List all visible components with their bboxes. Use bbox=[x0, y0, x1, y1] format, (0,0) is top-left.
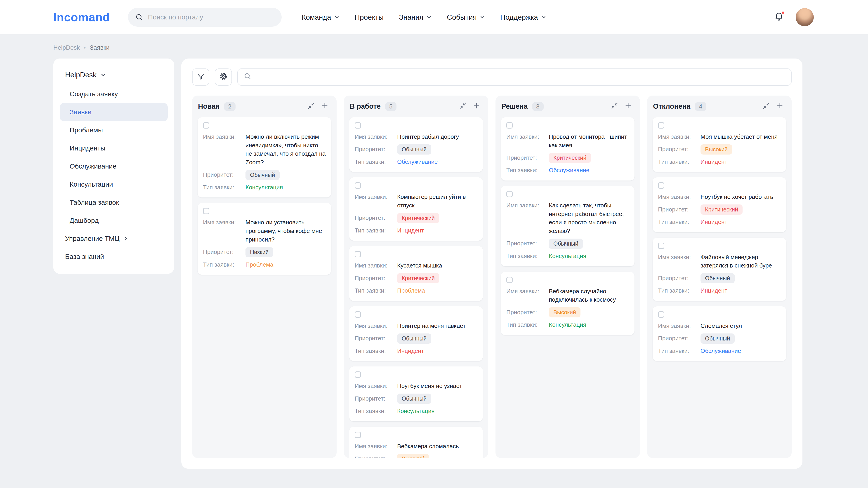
ticket-priority-badge: Обычный bbox=[549, 238, 583, 249]
ticket-priority-label: Приоритет: bbox=[355, 394, 394, 403]
ticket-type-row: Тип заявки: Инцидент bbox=[658, 287, 781, 295]
nav-item-projects[interactable]: Проекты bbox=[355, 13, 383, 22]
ticket-title: Как сделать так, чтобы интернет работал … bbox=[549, 201, 629, 235]
ticket-card[interactable]: Имя заявки: Можно ли установить программ… bbox=[197, 203, 331, 275]
ticket-name-label: Имя заявки: bbox=[658, 133, 697, 141]
chevron-down-icon bbox=[334, 15, 339, 20]
ticket-type-label: Тип заявки: bbox=[506, 166, 545, 175]
ticket-checkbox[interactable] bbox=[355, 432, 361, 438]
ticket-priority-badge: Обычный bbox=[246, 170, 280, 180]
board-settings-button[interactable] bbox=[215, 68, 232, 86]
ticket-title: Вебкамера сломалась bbox=[397, 442, 477, 451]
ticket-checkbox[interactable] bbox=[506, 277, 513, 283]
sidebar-section-helpdesk[interactable]: HelpDesk bbox=[60, 67, 168, 85]
ticket-priority-row: Приоритет: Критический bbox=[355, 213, 477, 223]
ticket-type-label: Тип заявки: bbox=[658, 158, 697, 166]
notifications-button[interactable] bbox=[772, 10, 786, 24]
breadcrumb: HelpDesk • Заявки bbox=[0, 44, 868, 51]
board-search[interactable] bbox=[237, 68, 792, 86]
column-cards: Имя заявки: Провод от монитора - шипит к… bbox=[495, 116, 640, 458]
ticket-checkbox[interactable] bbox=[203, 208, 209, 214]
portal-search[interactable] bbox=[128, 8, 282, 27]
sidebar-item-maintenance[interactable]: Обслуживание bbox=[60, 157, 168, 175]
avatar[interactable] bbox=[796, 8, 814, 26]
ticket-card[interactable]: Имя заявки: Файловый менеджер затерялся … bbox=[653, 238, 786, 301]
collapse-column-button[interactable] bbox=[761, 101, 772, 112]
sidebar-item-tickets[interactable]: Заявки bbox=[60, 103, 168, 121]
ticket-type-label: Тип заявки: bbox=[658, 287, 697, 295]
sidebar-item-knowledge-base[interactable]: База знаний bbox=[60, 248, 168, 266]
ticket-card[interactable]: Имя заявки: Кусается мышка Приоритет: Кр… bbox=[349, 246, 483, 301]
column-count-badge: 3 bbox=[532, 102, 544, 111]
ticket-card[interactable]: Имя заявки: Как сделать так, чтобы интер… bbox=[501, 186, 634, 266]
board-search-input[interactable] bbox=[256, 73, 785, 80]
column-count-badge: 5 bbox=[385, 102, 397, 111]
sidebar-item-consultations[interactable]: Консультации bbox=[60, 175, 168, 193]
notification-dot bbox=[781, 11, 785, 14]
column-actions bbox=[761, 101, 786, 112]
add-card-button[interactable] bbox=[774, 101, 786, 112]
ticket-type-row: Тип заявки: Консультация bbox=[355, 407, 477, 416]
ticket-card[interactable]: Имя заявки: Моя мышка убегает от меня Пр… bbox=[653, 117, 786, 172]
ticket-checkbox[interactable] bbox=[506, 122, 513, 129]
collapse-column-button[interactable] bbox=[609, 101, 620, 112]
ticket-card[interactable]: Имя заявки: Принтер на меня гавкает Прио… bbox=[349, 306, 483, 361]
ticket-name-row: Имя заявки: Вебкамера случайно подключил… bbox=[506, 287, 629, 304]
ticket-checkbox[interactable] bbox=[355, 182, 361, 189]
ticket-card[interactable]: Имя заявки: Ноутбук меня не узнает Приор… bbox=[349, 366, 483, 421]
ticket-checkbox[interactable] bbox=[355, 311, 361, 318]
sidebar-item-tickets-table[interactable]: Таблица заявок bbox=[60, 193, 168, 212]
ticket-card[interactable]: Имя заявки: Ноутбук не хочет работать Пр… bbox=[653, 177, 786, 232]
sidebar-item-create-ticket[interactable]: Создать заявку bbox=[60, 85, 168, 103]
ticket-name-label: Имя заявки: bbox=[506, 287, 545, 296]
ticket-checkbox[interactable] bbox=[355, 251, 361, 257]
filter-button[interactable] bbox=[192, 68, 209, 86]
nav-item-team[interactable]: Команда bbox=[302, 13, 339, 22]
logo[interactable]: Incomand bbox=[53, 10, 110, 24]
ticket-card[interactable]: Имя заявки: Можно ли включить режим «нев… bbox=[197, 117, 331, 197]
collapse-column-button[interactable] bbox=[457, 101, 469, 112]
ticket-card[interactable]: Имя заявки: Сломался стул Приоритет: Обы… bbox=[653, 306, 786, 361]
ticket-card[interactable]: Имя заявки: Вебкамера сломалась Приорите… bbox=[349, 427, 483, 458]
ticket-name-row: Имя заявки: Ноутбук меня не узнает bbox=[355, 382, 477, 390]
ticket-checkbox[interactable] bbox=[658, 182, 664, 189]
ticket-title: Ноутбук не хочет работать bbox=[701, 193, 781, 201]
add-card-button[interactable] bbox=[471, 101, 483, 112]
ticket-name-label: Имя заявки: bbox=[506, 201, 545, 210]
add-card-button[interactable] bbox=[319, 101, 331, 112]
ticket-type: Инцидент bbox=[397, 347, 477, 355]
ticket-checkbox[interactable] bbox=[355, 371, 361, 378]
ticket-checkbox[interactable] bbox=[658, 311, 664, 318]
sidebar-item-tmc-management[interactable]: Управление ТМЦ bbox=[60, 230, 168, 248]
nav-item-support[interactable]: Поддержка bbox=[500, 13, 546, 22]
ticket-title: Принтер на меня гавкает bbox=[397, 322, 477, 330]
ticket-checkbox[interactable] bbox=[203, 122, 209, 129]
ticket-card[interactable]: Имя заявки: Вебкамера случайно подключил… bbox=[501, 272, 634, 335]
nav-item-events[interactable]: События bbox=[447, 13, 485, 22]
sidebar-item-label: База знаний bbox=[65, 253, 104, 260]
nav-item-knowledge[interactable]: Знания bbox=[399, 13, 432, 22]
ticket-name-row: Имя заявки: Компьютер решил уйти в отпус… bbox=[355, 193, 477, 210]
ticket-checkbox[interactable] bbox=[355, 122, 361, 129]
add-card-button[interactable] bbox=[622, 101, 634, 112]
ticket-name-row: Имя заявки: Ноутбук не хочет работать bbox=[658, 193, 781, 201]
sidebar-item-dashboard[interactable]: Дашборд bbox=[60, 212, 168, 230]
ticket-card[interactable]: Имя заявки: Компьютер решил уйти в отпус… bbox=[349, 177, 483, 240]
ticket-type-label: Тип заявки: bbox=[355, 287, 394, 295]
ticket-card[interactable]: Имя заявки: Провод от монитора - шипит к… bbox=[501, 117, 634, 181]
ticket-checkbox[interactable] bbox=[658, 122, 664, 129]
collapse-column-button[interactable] bbox=[305, 101, 317, 112]
board-panel: Новая 2 Имя заявки: Можно ли включить ре… bbox=[181, 59, 802, 469]
sidebar-item-problems[interactable]: Проблемы bbox=[60, 121, 168, 139]
ticket-card[interactable]: Имя заявки: Принтер забыл дорогу Приорит… bbox=[349, 117, 483, 172]
ticket-checkbox[interactable] bbox=[506, 191, 513, 197]
portal-search-input[interactable] bbox=[148, 13, 274, 21]
breadcrumb-helpdesk[interactable]: HelpDesk bbox=[53, 44, 80, 51]
column-count-badge: 4 bbox=[695, 102, 706, 111]
ticket-checkbox[interactable] bbox=[658, 242, 664, 249]
plus-icon bbox=[321, 102, 328, 111]
ticket-type: Консультация bbox=[246, 183, 326, 191]
column-actions bbox=[609, 101, 634, 112]
ticket-type: Проблема bbox=[246, 260, 326, 269]
sidebar-item-incidents[interactable]: Инциденты bbox=[60, 139, 168, 157]
